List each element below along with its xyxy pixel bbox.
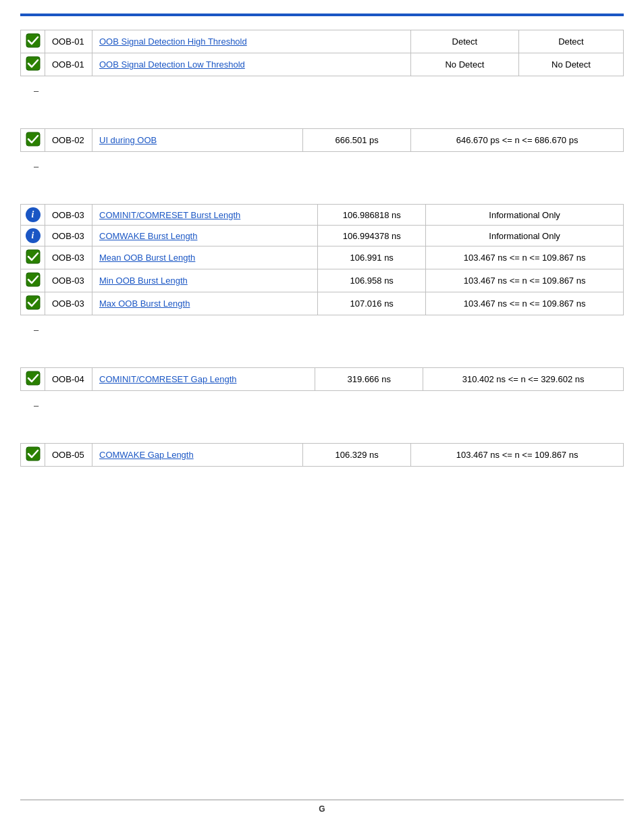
bottom-border [20, 800, 624, 800]
test-id-cell: OOB-04 [45, 368, 92, 391]
test-limit-cell: Informational Only [426, 205, 624, 226]
icon-cell: i [21, 205, 45, 226]
table-row: OOB-05COMWAKE Gap Length106.329 ns103.46… [21, 444, 624, 467]
test-limit-cell: No Detect [518, 53, 623, 76]
dash-separator: – [34, 325, 624, 335]
data-table-oob01-section: OOB-01OOB Signal Detection High Threshol… [20, 30, 624, 76]
test-limit-cell: 103.467 ns <= n <= 109.867 ns [411, 444, 624, 467]
test-value-cell: No Detect [410, 53, 518, 76]
info-icon: i [26, 207, 41, 222]
pass-icon [26, 56, 41, 71]
test-value-cell: 106.994378 ns [318, 226, 426, 246]
section-oob04-section: OOB-04COMINIT/COMRESET Gap Length319.666… [20, 367, 624, 411]
test-name-cell[interactable]: Mean OOB Burst Length [92, 246, 318, 269]
table-row: iOOB-03COMWAKE Burst Length106.994378 ns… [21, 226, 624, 246]
dash-separator: – [34, 161, 624, 172]
icon-cell [21, 30, 45, 53]
data-table-oob04-section: OOB-04COMINIT/COMRESET Gap Length319.666… [20, 367, 624, 391]
test-id-cell: OOB-01 [45, 30, 92, 53]
table-row: OOB-03Max OOB Burst Length107.016 ns103.… [21, 292, 624, 315]
test-id-cell: OOB-03 [45, 246, 92, 269]
test-value-cell: 107.016 ns [318, 292, 426, 315]
test-name-cell[interactable]: OOB Signal Detection Low Threshold [92, 53, 411, 76]
pass-icon [26, 371, 41, 386]
test-value-cell: 106.958 ns [318, 269, 426, 292]
test-id-cell: OOB-03 [45, 269, 92, 292]
test-limit-cell: Informational Only [426, 226, 624, 246]
page-content: OOB-01OOB Signal Detection High Threshol… [0, 16, 644, 506]
icon-cell [21, 368, 45, 391]
pass-icon [26, 446, 41, 461]
test-limit-cell: Detect [518, 30, 623, 53]
test-name-cell[interactable]: COMINIT/COMRESET Burst Length [92, 205, 318, 226]
test-name-cell[interactable]: Min OOB Burst Length [92, 269, 318, 292]
pass-icon [26, 295, 41, 310]
test-id-cell: OOB-05 [45, 444, 92, 467]
spacer [20, 347, 624, 367]
test-value-cell: 106.986818 ns [318, 205, 426, 226]
test-limit-cell: 310.402 ns <= n <= 329.602 ns [423, 368, 624, 391]
icon-cell [21, 444, 45, 467]
test-value-cell: Detect [410, 30, 518, 53]
section-oob01-section: OOB-01OOB Signal Detection High Threshol… [20, 30, 624, 96]
test-name-cell[interactable]: COMINIT/COMRESET Gap Length [92, 368, 315, 391]
test-id-cell: OOB-02 [45, 129, 92, 152]
pass-icon [26, 272, 41, 287]
test-id-cell: OOB-01 [45, 53, 92, 76]
dash-separator: – [34, 86, 624, 96]
data-table-oob02-section: OOB-02UI during OOB666.501 ps646.670 ps … [20, 128, 624, 152]
spacer [20, 184, 624, 204]
test-limit-cell: 103.467 ns <= n <= 109.867 ns [426, 246, 624, 269]
test-id-cell: OOB-03 [45, 205, 92, 226]
table-row: OOB-03Mean OOB Burst Length106.991 ns103… [21, 246, 624, 269]
test-value-cell: 106.991 ns [318, 246, 426, 269]
table-row: OOB-01OOB Signal Detection Low Threshold… [21, 53, 624, 76]
data-table-oob03-section: iOOB-03COMINIT/COMRESET Burst Length106.… [20, 204, 624, 315]
test-id-cell: OOB-03 [45, 226, 92, 246]
footer-label: G [319, 804, 325, 814]
table-row: OOB-01OOB Signal Detection High Threshol… [21, 30, 624, 53]
test-name-cell[interactable]: COMWAKE Gap Length [92, 444, 303, 467]
test-name-cell[interactable]: OOB Signal Detection High Threshold [92, 30, 411, 53]
data-table-oob05-section: OOB-05COMWAKE Gap Length106.329 ns103.46… [20, 443, 624, 467]
info-icon: i [26, 228, 41, 243]
sections-container: OOB-01OOB Signal Detection High Threshol… [20, 30, 624, 467]
icon-cell [21, 269, 45, 292]
test-id-cell: OOB-03 [45, 292, 92, 315]
table-row: OOB-03Min OOB Burst Length106.958 ns103.… [21, 269, 624, 292]
icon-cell [21, 53, 45, 76]
spacer [20, 423, 624, 443]
test-name-cell[interactable]: COMWAKE Burst Length [92, 226, 318, 246]
test-value-cell: 666.501 ps [303, 129, 411, 152]
test-limit-cell: 103.467 ns <= n <= 109.867 ns [426, 269, 624, 292]
test-name-cell[interactable]: Max OOB Burst Length [92, 292, 318, 315]
test-value-cell: 106.329 ns [303, 444, 411, 467]
icon-cell [21, 246, 45, 269]
section-oob05-section: OOB-05COMWAKE Gap Length106.329 ns103.46… [20, 443, 624, 467]
spacer [20, 108, 624, 128]
icon-cell [21, 129, 45, 152]
section-oob03-section: iOOB-03COMINIT/COMRESET Burst Length106.… [20, 204, 624, 335]
test-limit-cell: 646.670 ps <= n <= 686.670 ps [411, 129, 624, 152]
test-value-cell: 319.666 ns [315, 368, 423, 391]
table-row: OOB-04COMINIT/COMRESET Gap Length319.666… [21, 368, 624, 391]
table-row: iOOB-03COMINIT/COMRESET Burst Length106.… [21, 205, 624, 226]
section-oob02-section: OOB-02UI during OOB666.501 ps646.670 ps … [20, 128, 624, 172]
icon-cell [21, 292, 45, 315]
test-limit-cell: 103.467 ns <= n <= 109.867 ns [426, 292, 624, 315]
dash-separator: – [34, 400, 624, 411]
icon-cell: i [21, 226, 45, 246]
pass-icon [26, 132, 41, 147]
pass-icon [26, 33, 41, 48]
test-name-cell[interactable]: UI during OOB [92, 129, 303, 152]
table-row: OOB-02UI during OOB666.501 ps646.670 ps … [21, 129, 624, 152]
pass-icon [26, 249, 41, 264]
